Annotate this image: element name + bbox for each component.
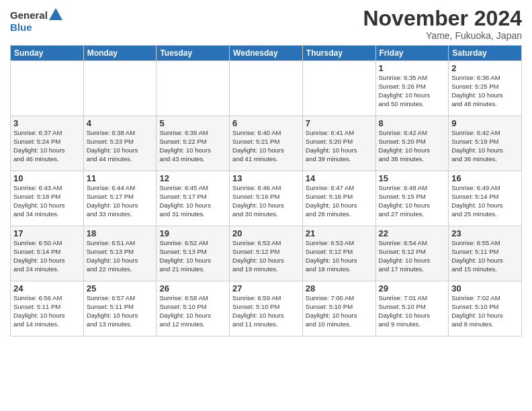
logo-svg: General Blue — [10, 7, 64, 37]
day-number: 1 — [379, 63, 446, 73]
week-row-0: 1Sunrise: 6:35 AM Sunset: 5:26 PM Daylig… — [11, 61, 522, 116]
header-friday: Friday — [375, 46, 449, 61]
day-number: 30 — [451, 283, 519, 293]
calendar-cell: 14Sunrise: 6:47 AM Sunset: 5:16 PM Dayli… — [302, 171, 375, 226]
week-row-1: 3Sunrise: 6:37 AM Sunset: 5:24 PM Daylig… — [11, 116, 522, 171]
day-number: 17 — [13, 228, 81, 238]
day-number: 25 — [87, 283, 154, 293]
header-saturday: Saturday — [449, 46, 522, 61]
calendar-cell: 18Sunrise: 6:51 AM Sunset: 5:13 PM Dayli… — [83, 226, 157, 281]
day-number: 23 — [451, 228, 519, 238]
day-number: 13 — [232, 173, 300, 183]
week-row-4: 24Sunrise: 6:56 AM Sunset: 5:11 PM Dayli… — [11, 281, 522, 336]
calendar-cell: 2Sunrise: 6:36 AM Sunset: 5:25 PM Daylig… — [449, 61, 522, 116]
calendar-cell: 11Sunrise: 6:44 AM Sunset: 5:17 PM Dayli… — [83, 171, 157, 226]
day-number: 11 — [87, 173, 154, 183]
day-number: 18 — [87, 228, 154, 238]
main-title: November 2024 — [363, 7, 522, 30]
calendar-cell: 15Sunrise: 6:48 AM Sunset: 5:15 PM Dayli… — [375, 171, 449, 226]
calendar: SundayMondayTuesdayWednesdayThursdayFrid… — [10, 45, 522, 336]
week-row-2: 10Sunrise: 6:43 AM Sunset: 5:18 PM Dayli… — [11, 171, 522, 226]
title-block: November 2024 Yame, Fukuoka, Japan — [363, 7, 522, 41]
day-number: 24 — [13, 283, 81, 293]
calendar-cell: 1Sunrise: 6:35 AM Sunset: 5:26 PM Daylig… — [375, 61, 449, 116]
day-info: Sunrise: 6:59 AM Sunset: 5:10 PM Dayligh… — [232, 294, 300, 328]
calendar-cell: 24Sunrise: 6:56 AM Sunset: 5:11 PM Dayli… — [11, 281, 84, 336]
header-wednesday: Wednesday — [230, 46, 303, 61]
subtitle: Yame, Fukuoka, Japan — [363, 30, 522, 41]
calendar-cell: 12Sunrise: 6:45 AM Sunset: 5:17 PM Dayli… — [157, 171, 230, 226]
day-info: Sunrise: 6:53 AM Sunset: 5:12 PM Dayligh… — [306, 239, 373, 273]
day-number: 6 — [232, 118, 300, 128]
day-info: Sunrise: 6:44 AM Sunset: 5:17 PM Dayligh… — [87, 184, 154, 218]
calendar-cell — [302, 61, 375, 116]
day-info: Sunrise: 6:42 AM Sunset: 5:19 PM Dayligh… — [451, 129, 519, 163]
page: General Blue November 2024 Yame, Fukuoka… — [0, 0, 532, 411]
calendar-cell: 22Sunrise: 6:54 AM Sunset: 5:12 PM Dayli… — [375, 226, 449, 281]
calendar-cell: 13Sunrise: 6:46 AM Sunset: 5:16 PM Dayli… — [230, 171, 303, 226]
day-info: Sunrise: 6:57 AM Sunset: 5:11 PM Dayligh… — [87, 294, 154, 328]
calendar-cell: 30Sunrise: 7:02 AM Sunset: 5:10 PM Dayli… — [449, 281, 522, 336]
day-number: 12 — [159, 173, 226, 183]
day-number: 26 — [159, 283, 226, 293]
calendar-cell: 8Sunrise: 6:42 AM Sunset: 5:20 PM Daylig… — [375, 116, 449, 171]
day-number: 22 — [379, 228, 446, 238]
calendar-cell: 3Sunrise: 6:37 AM Sunset: 5:24 PM Daylig… — [11, 116, 84, 171]
day-info: Sunrise: 6:43 AM Sunset: 5:18 PM Dayligh… — [13, 184, 81, 218]
day-number: 21 — [306, 228, 373, 238]
day-info: Sunrise: 6:46 AM Sunset: 5:16 PM Dayligh… — [232, 184, 300, 218]
calendar-cell: 4Sunrise: 6:38 AM Sunset: 5:23 PM Daylig… — [83, 116, 157, 171]
calendar-cell: 21Sunrise: 6:53 AM Sunset: 5:12 PM Dayli… — [302, 226, 375, 281]
day-number: 5 — [159, 118, 226, 128]
day-info: Sunrise: 6:36 AM Sunset: 5:25 PM Dayligh… — [451, 74, 519, 108]
day-info: Sunrise: 7:02 AM Sunset: 5:10 PM Dayligh… — [451, 294, 519, 328]
header-thursday: Thursday — [302, 46, 375, 61]
calendar-cell: 16Sunrise: 6:49 AM Sunset: 5:14 PM Dayli… — [449, 171, 522, 226]
calendar-body: 1Sunrise: 6:35 AM Sunset: 5:26 PM Daylig… — [11, 61, 522, 336]
day-info: Sunrise: 6:50 AM Sunset: 5:14 PM Dayligh… — [13, 239, 81, 273]
header-sunday: Sunday — [11, 46, 84, 61]
day-number: 3 — [13, 118, 81, 128]
day-number: 28 — [306, 283, 373, 293]
svg-text:Blue: Blue — [10, 21, 32, 33]
day-info: Sunrise: 6:42 AM Sunset: 5:20 PM Dayligh… — [379, 129, 446, 163]
day-info: Sunrise: 6:45 AM Sunset: 5:17 PM Dayligh… — [159, 184, 226, 218]
day-info: Sunrise: 6:49 AM Sunset: 5:14 PM Dayligh… — [451, 184, 519, 218]
calendar-cell: 26Sunrise: 6:58 AM Sunset: 5:10 PM Dayli… — [157, 281, 230, 336]
day-info: Sunrise: 7:00 AM Sunset: 5:10 PM Dayligh… — [306, 294, 373, 328]
calendar-cell: 9Sunrise: 6:42 AM Sunset: 5:19 PM Daylig… — [449, 116, 522, 171]
day-number: 2 — [451, 63, 519, 73]
calendar-cell — [11, 61, 84, 116]
day-info: Sunrise: 6:52 AM Sunset: 5:13 PM Dayligh… — [159, 239, 226, 273]
day-info: Sunrise: 6:53 AM Sunset: 5:12 PM Dayligh… — [232, 239, 300, 273]
header-monday: Monday — [83, 46, 157, 61]
svg-marker-2 — [49, 8, 62, 20]
day-info: Sunrise: 6:39 AM Sunset: 5:22 PM Dayligh… — [159, 129, 226, 163]
calendar-cell — [157, 61, 230, 116]
calendar-header-row: SundayMondayTuesdayWednesdayThursdayFrid… — [11, 46, 522, 61]
calendar-cell: 10Sunrise: 6:43 AM Sunset: 5:18 PM Dayli… — [11, 171, 84, 226]
day-number: 8 — [379, 118, 446, 128]
calendar-cell: 17Sunrise: 6:50 AM Sunset: 5:14 PM Dayli… — [11, 226, 84, 281]
calendar-cell: 5Sunrise: 6:39 AM Sunset: 5:22 PM Daylig… — [157, 116, 230, 171]
day-number: 27 — [232, 283, 300, 293]
day-info: Sunrise: 7:01 AM Sunset: 5:10 PM Dayligh… — [379, 294, 446, 328]
calendar-cell: 23Sunrise: 6:55 AM Sunset: 5:11 PM Dayli… — [449, 226, 522, 281]
day-info: Sunrise: 6:56 AM Sunset: 5:11 PM Dayligh… — [13, 294, 81, 328]
calendar-cell: 19Sunrise: 6:52 AM Sunset: 5:13 PM Dayli… — [157, 226, 230, 281]
calendar-cell: 20Sunrise: 6:53 AM Sunset: 5:12 PM Dayli… — [230, 226, 303, 281]
calendar-cell: 29Sunrise: 7:01 AM Sunset: 5:10 PM Dayli… — [375, 281, 449, 336]
day-number: 29 — [379, 283, 446, 293]
calendar-cell: 6Sunrise: 6:40 AM Sunset: 5:21 PM Daylig… — [230, 116, 303, 171]
day-info: Sunrise: 6:48 AM Sunset: 5:15 PM Dayligh… — [379, 184, 446, 218]
day-info: Sunrise: 6:37 AM Sunset: 5:24 PM Dayligh… — [13, 129, 81, 163]
day-number: 14 — [306, 173, 373, 183]
day-number: 7 — [306, 118, 373, 128]
day-info: Sunrise: 6:47 AM Sunset: 5:16 PM Dayligh… — [306, 184, 373, 218]
day-info: Sunrise: 6:55 AM Sunset: 5:11 PM Dayligh… — [451, 239, 519, 273]
calendar-cell: 27Sunrise: 6:59 AM Sunset: 5:10 PM Dayli… — [230, 281, 303, 336]
day-info: Sunrise: 6:40 AM Sunset: 5:21 PM Dayligh… — [232, 129, 300, 163]
svg-text:General: General — [10, 9, 48, 21]
day-number: 4 — [87, 118, 154, 128]
calendar-cell: 7Sunrise: 6:41 AM Sunset: 5:20 PM Daylig… — [302, 116, 375, 171]
